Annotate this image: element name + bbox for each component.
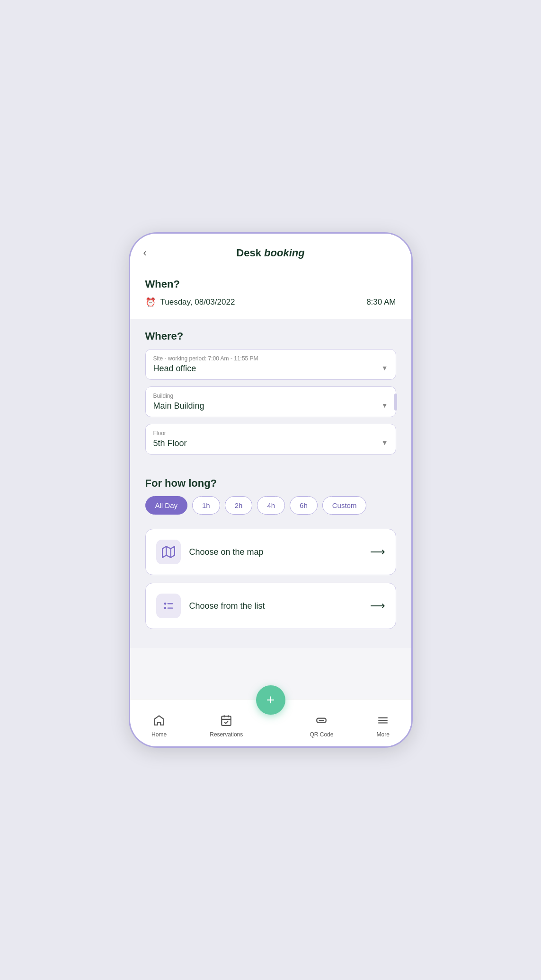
duration-6h-btn[interactable]: 6h (290, 496, 318, 515)
where-section: Where? Site - working period: 7:00 Am - … (130, 319, 411, 466)
svg-marker-0 (162, 546, 175, 557)
duration-custom-btn[interactable]: Custom (322, 496, 367, 515)
nav-reservations-label: Reservations (210, 731, 243, 738)
back-button[interactable]: ‹ (143, 247, 147, 259)
floor-field-value: 5th Floor (153, 438, 388, 448)
when-label: When? (145, 278, 396, 290)
nav-more[interactable]: More (372, 714, 394, 738)
svg-rect-6 (167, 608, 173, 609)
nav-qrcode-label: QR Code (310, 731, 333, 738)
action-section: Choose on the map ⟶ Choose from the list… (130, 524, 411, 648)
choose-map-label: Choose on the map (189, 547, 362, 557)
nav-items: Home Reservations (130, 714, 411, 738)
date-text: Tuesday, 08/03/2022 (160, 298, 235, 307)
floor-dropdown-arrow: ▼ (381, 439, 388, 446)
map-icon (156, 540, 181, 564)
bottom-nav: + Home Reservations (130, 699, 411, 746)
choose-map-arrow: ⟶ (370, 546, 385, 558)
time-text: 8:30 AM (366, 298, 396, 307)
building-field-value: Main Building (153, 401, 388, 411)
building-dropdown[interactable]: Building Main Building ▼ (145, 386, 396, 417)
site-field-label: Site - working period: 7:00 Am - 11:55 P… (153, 355, 388, 362)
choose-list-arrow: ⟶ (370, 600, 385, 612)
page-title: Desk booking (236, 247, 304, 259)
duration-2h-btn[interactable]: 2h (225, 496, 253, 515)
home-icon (153, 714, 165, 729)
when-section: When? ⏰ Tuesday, 08/03/2022 8:30 AM (130, 269, 411, 319)
svg-point-5 (164, 607, 166, 609)
nav-home[interactable]: Home (147, 714, 171, 738)
site-field-value: Head office (153, 364, 388, 374)
clock-icon: ⏰ (145, 297, 156, 307)
svg-rect-4 (167, 603, 173, 604)
site-dropdown[interactable]: Site - working period: 7:00 Am - 11:55 P… (145, 349, 396, 380)
duration-label: For how long? (145, 477, 396, 490)
nav-reservations[interactable]: Reservations (205, 714, 248, 738)
list-icon (156, 594, 181, 618)
site-dropdown-arrow: ▼ (381, 364, 388, 372)
duration-buttons: All Day 1h 2h 4h 6h Custom (145, 496, 396, 515)
choose-list-card[interactable]: Choose from the list ⟶ (145, 583, 396, 629)
duration-section: For how long? All Day 1h 2h 4h 6h Custom (130, 466, 411, 524)
svg-point-3 (164, 603, 166, 605)
choose-map-card[interactable]: Choose on the map ⟶ (145, 529, 396, 575)
building-field-label: Building (153, 393, 388, 399)
building-dropdown-arrow: ▼ (381, 402, 388, 409)
choose-list-label: Choose from the list (189, 601, 362, 611)
floor-field-label: Floor (153, 430, 388, 437)
side-handle (394, 394, 397, 411)
reservations-icon (220, 714, 232, 729)
qrcode-icon (315, 714, 328, 729)
fab-button[interactable]: + (256, 685, 285, 715)
nav-more-label: More (377, 731, 390, 738)
more-icon (377, 714, 389, 729)
floor-dropdown[interactable]: Floor 5th Floor ▼ (145, 424, 396, 455)
nav-home-label: Home (151, 731, 167, 738)
nav-qrcode[interactable]: QR Code (305, 714, 338, 738)
date-display: ⏰ Tuesday, 08/03/2022 (145, 297, 235, 307)
datetime-row: ⏰ Tuesday, 08/03/2022 8:30 AM (145, 297, 396, 307)
phone-frame: ‹ Desk booking When? ⏰ Tuesday, 08/03/20… (129, 232, 413, 748)
app-content: ‹ Desk booking When? ⏰ Tuesday, 08/03/20… (130, 234, 411, 699)
svg-rect-7 (222, 716, 231, 726)
duration-1h-btn[interactable]: 1h (192, 496, 220, 515)
duration-4h-btn[interactable]: 4h (257, 496, 285, 515)
header: ‹ Desk booking (130, 234, 411, 269)
fab-icon: + (266, 692, 275, 708)
where-label: Where? (145, 330, 396, 342)
duration-allday-btn[interactable]: All Day (145, 496, 188, 515)
